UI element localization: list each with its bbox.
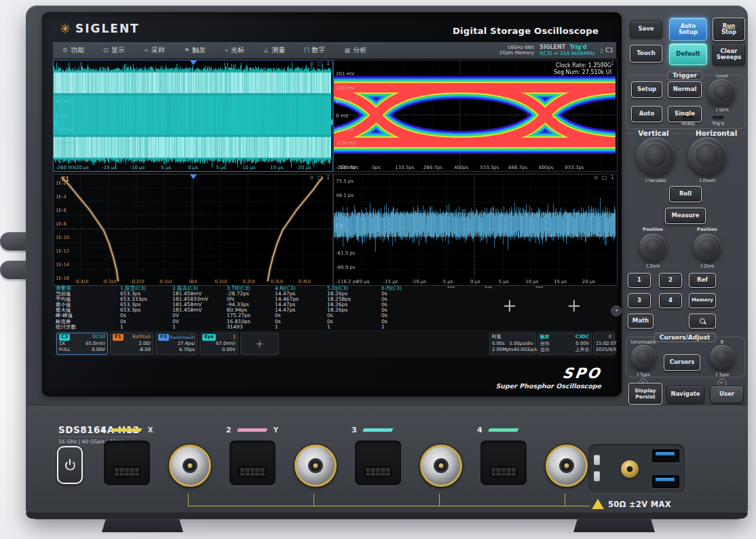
camera-icon[interactable]: ⊙	[594, 174, 599, 181]
clear-sweeps-button[interactable]: Clear Sweeps	[713, 43, 745, 65]
channel-1-button[interactable]: 1	[628, 273, 651, 288]
display-persist-button[interactable]: Display Persist	[628, 383, 662, 405]
universal-a-knob[interactable]	[631, 345, 656, 369]
trigger-auto-button[interactable]: Auto	[631, 106, 662, 122]
fullscreen-icon[interactable]: □	[602, 174, 607, 181]
channel-c3-box[interactable]: C3DC50 1X65.0mV/ FULL0.00V	[56, 333, 108, 355]
table-col-header-3[interactable]: 4.RJ(C3)	[275, 286, 327, 291]
trigger-single-button[interactable]: Single	[668, 106, 702, 122]
trigger-position-marker[interactable]	[190, 174, 197, 179]
auto-setup-button[interactable]: Auto Setup	[669, 18, 707, 41]
y-tick: -130 mV	[56, 141, 76, 146]
table-row: 最小值653.3ps181.458mV-94.33ps14.47ps18.26p…	[53, 302, 616, 308]
horizontal-scale-knob[interactable]	[688, 137, 726, 175]
math-button[interactable]: Math	[628, 314, 654, 329]
fullscreen-icon[interactable]: □	[602, 60, 607, 67]
memory-button[interactable]: Memory	[689, 293, 716, 308]
pin-icon[interactable]: ↧	[326, 60, 330, 67]
navigate-button[interactable]: Navigate	[666, 386, 704, 403]
channel-4-button[interactable]: 4	[659, 293, 682, 308]
search-icon	[700, 318, 706, 324]
search-button[interactable]	[689, 314, 716, 329]
panel-bathtub[interactable]: ⊙ □ ↧ F1 1E-21E-41E-61E-81E-101E-121E-14…	[53, 174, 333, 286]
menu-item-1[interactable]: ⊡显示	[94, 42, 134, 58]
default-button[interactable]: Default	[669, 43, 707, 65]
ref-button[interactable]: Ref	[689, 273, 716, 288]
table-col-header-1[interactable]: 2.眼高(C3)	[172, 286, 227, 291]
trace-f3-box[interactable]: F3Track(mea3) 27.4ps/ 6.70ps	[155, 333, 197, 355]
cell-0-5: 0s	[381, 291, 447, 297]
menu-item-7[interactable]: ▦分析	[335, 42, 377, 58]
run-stop-button[interactable]: Run Stop	[713, 18, 745, 41]
y-tick: 1E-16	[56, 276, 69, 281]
menu-item-6[interactable]: ⨅数字	[295, 42, 335, 58]
vertical-zero-label: ⊼Zero	[646, 263, 660, 269]
menu-item-5[interactable]: ∠测量	[254, 42, 295, 58]
timebase-box[interactable]: 时基 0.00s5.00µs/div 2.00Mpts40.0GSa/s	[489, 333, 536, 355]
panel-jitter-track[interactable]: ⊙ □ ↧ F3 75.5 ps48.1 ps-61.5 ps-88.9 ps-…	[333, 174, 618, 286]
fullscreen-icon[interactable]: □	[318, 174, 323, 181]
measure-button[interactable]: Measure	[665, 208, 706, 224]
add-measurement-slot-1[interactable]: +	[567, 297, 582, 314]
add-trace-box[interactable]: +	[240, 333, 279, 355]
probe-socket-1	[104, 441, 150, 485]
save-button[interactable]: Save	[630, 20, 662, 38]
stop-label: Stop	[721, 29, 736, 36]
trigger-position-marker[interactable]	[190, 60, 197, 65]
trace-f1-box[interactable]: F1Bathtub 2.00/ -8.00	[110, 333, 153, 355]
cursors-button[interactable]: Cursors	[664, 354, 700, 371]
user-button[interactable]: User	[710, 386, 744, 403]
trigger-section-label: Trigger	[667, 71, 702, 80]
power-button[interactable]	[57, 446, 83, 484]
f1-offset: -8.00	[138, 347, 151, 354]
trigger-level-knob[interactable]	[708, 79, 735, 106]
cell-0-3: 14.47ps	[275, 291, 327, 297]
table-col-header-8[interactable]: ***	[535, 286, 616, 291]
trigger-setup-button[interactable]: Setup	[631, 81, 662, 98]
pin-icon[interactable]: ↧	[610, 174, 615, 181]
oscilloscope-screen[interactable]: ⚙功能⊡显示≈采样⚑触发⌖光标∠测量⨅数字▦分析 16GHz-8Bit 2Gpt…	[53, 42, 616, 357]
trace-eye-box[interactable]: Eye‖ 67.0mV/ 0.00V	[200, 333, 238, 355]
y-tick: 1E-4	[56, 194, 67, 200]
slide-out-tab[interactable]: ◂	[611, 305, 622, 316]
ground-bus-drop-3	[439, 494, 440, 506]
active-channel-indicator[interactable]: ▯ C1	[601, 47, 613, 54]
x-tick: 0 µs	[470, 279, 480, 284]
menu-label-0: 功能	[71, 45, 84, 55]
fullscreen-icon[interactable]: □	[318, 60, 323, 67]
table-col-header-7[interactable]: ***	[485, 286, 535, 291]
roll-button[interactable]: Roll	[669, 186, 702, 202]
table-col-header-5[interactable]: 6.PJ(C3)	[381, 286, 447, 291]
trigger-box[interactable]: 触发C3DC 自动0.00V 边沿上升沿	[537, 333, 592, 355]
vertical-position-knob[interactable]	[639, 234, 666, 261]
pin-icon[interactable]: ↧	[610, 60, 615, 67]
table-col-header-4[interactable]: 5.DJ(C3)	[327, 286, 381, 291]
menu-item-3[interactable]: ⚑触发	[174, 42, 215, 58]
b-knob[interactable]	[710, 345, 734, 369]
pin-icon[interactable]: ↧	[326, 174, 330, 181]
camera-icon[interactable]: ⊙	[594, 60, 599, 67]
panel-eye-diagram[interactable]: ⊙ □ ↧ Clock Rate: 1.2500G Seg Num: 27.51…	[333, 60, 618, 172]
touch-button[interactable]: Touch	[630, 45, 662, 62]
panel-waveform[interactable]: ⊙ □ ↧ 65 mV0 mV-65 mV-130 mV-20 µs-15 µs…	[53, 60, 333, 172]
channel-2-button[interactable]: 2	[659, 273, 682, 288]
table-col-header-6[interactable]: ***	[447, 286, 485, 291]
add-measurement-slot-0[interactable]: +	[502, 297, 517, 314]
channel-number: 4	[477, 426, 483, 434]
vertical-scale-knob[interactable]	[637, 137, 675, 175]
horizontal-position-knob[interactable]	[694, 234, 721, 261]
cell-6-0: 1	[120, 324, 172, 330]
table-col-header-2[interactable]: 3.TIE(C3)	[227, 286, 275, 291]
camera-icon[interactable]: ⊙	[309, 174, 314, 181]
menu-item-0[interactable]: ⚙功能	[53, 42, 94, 58]
channel-3-button[interactable]: 3	[628, 293, 651, 308]
cell-0-4: 18.26ps	[327, 291, 381, 297]
menu-item-2[interactable]: ≈采样	[134, 42, 175, 58]
aux-connector-panel	[588, 444, 685, 493]
table-col-header-0[interactable]: 1.眼宽(C3)	[120, 286, 172, 291]
trigger-normal-button[interactable]: Normal	[668, 81, 702, 98]
trigger-level-marker[interactable]	[328, 119, 333, 126]
menu-item-4[interactable]: ⌖光标	[215, 42, 254, 58]
horizontal-position-label: Position	[697, 227, 717, 232]
camera-icon[interactable]: ⊙	[309, 60, 314, 67]
